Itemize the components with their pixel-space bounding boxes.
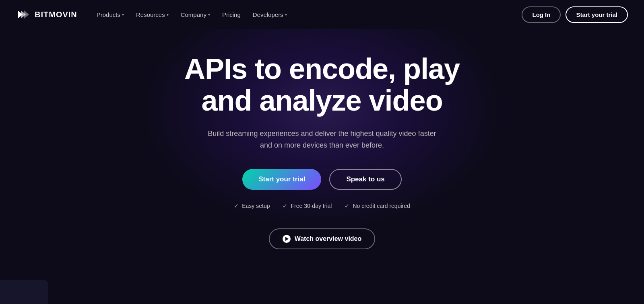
bottom-card-hint <box>0 280 48 304</box>
hero-subtitle: Build streaming experiences and deliver … <box>205 128 439 151</box>
hero-features: ✓ Easy setup ✓ Free 30-day trial ✓ No cr… <box>234 203 410 209</box>
nav-right: Log In Start your trial <box>522 6 628 23</box>
play-icon <box>283 235 291 243</box>
navbar: BITMOVIN Products ▾ Resources ▾ Company … <box>0 0 644 29</box>
nav-item-products[interactable]: Products ▾ <box>92 8 129 21</box>
nav-link-resources[interactable]: Resources ▾ <box>131 8 173 21</box>
check-icon: ✓ <box>283 203 287 209</box>
feature-free-trial: ✓ Free 30-day trial <box>283 203 332 209</box>
chevron-down-icon: ▾ <box>167 12 169 17</box>
check-icon: ✓ <box>345 203 349 209</box>
hero-speak-button[interactable]: Speak to us <box>329 169 401 190</box>
nav-trial-button[interactable]: Start your trial <box>566 6 628 23</box>
svg-marker-2 <box>24 10 29 18</box>
nav-links: Products ▾ Resources ▾ Company ▾ Pricing <box>92 8 292 21</box>
nav-item-pricing[interactable]: Pricing <box>217 8 246 21</box>
login-button[interactable]: Log In <box>522 6 561 23</box>
hero-trial-button[interactable]: Start your trial <box>242 169 321 190</box>
check-icon: ✓ <box>234 203 239 209</box>
nav-link-products[interactable]: Products ▾ <box>92 8 129 21</box>
chevron-down-icon: ▾ <box>285 12 287 17</box>
chevron-down-icon: ▾ <box>208 12 210 17</box>
logo[interactable]: BITMOVIN <box>16 7 77 22</box>
play-triangle <box>285 237 289 241</box>
watch-video-button[interactable]: Watch overview video <box>269 228 376 249</box>
nav-link-company[interactable]: Company ▾ <box>176 8 215 21</box>
nav-link-pricing[interactable]: Pricing <box>217 8 246 21</box>
feature-easy-setup: ✓ Easy setup <box>234 203 270 209</box>
nav-left: BITMOVIN Products ▾ Resources ▾ Company … <box>16 7 292 22</box>
nav-item-developers[interactable]: Developers ▾ <box>248 8 292 21</box>
feature-no-credit-card: ✓ No credit card required <box>345 203 410 209</box>
hero-buttons: Start your trial Speak to us <box>242 169 402 190</box>
hero-section: APIs to encode, play and analyze video B… <box>0 29 644 265</box>
nav-item-company[interactable]: Company ▾ <box>176 8 215 21</box>
nav-item-resources[interactable]: Resources ▾ <box>131 8 173 21</box>
chevron-down-icon: ▾ <box>122 12 124 17</box>
nav-link-developers[interactable]: Developers ▾ <box>248 8 292 21</box>
hero-title: APIs to encode, play and analyze video <box>184 53 460 117</box>
logo-text: BITMOVIN <box>35 10 77 19</box>
